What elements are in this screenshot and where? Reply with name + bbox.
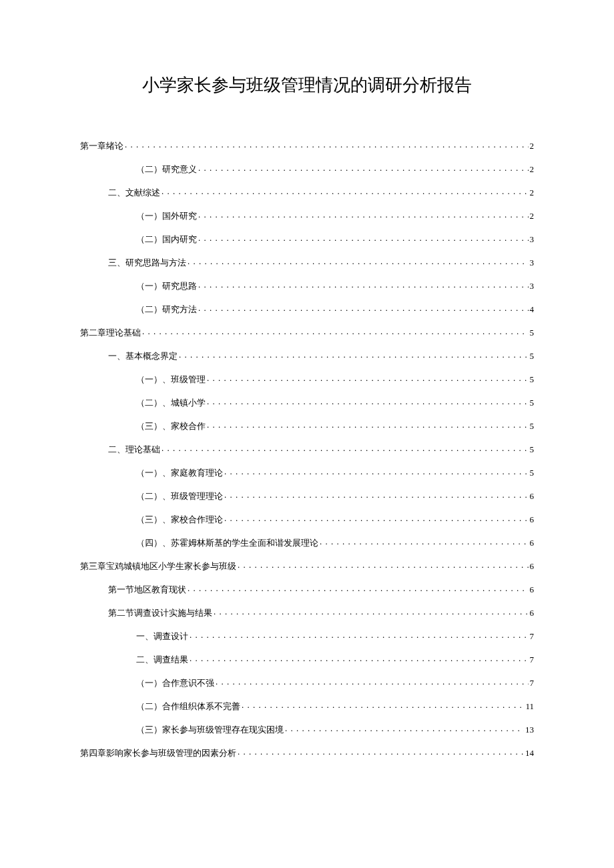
toc-entry-page: 7 <box>530 655 535 664</box>
toc-entry: 第二章理论基础5 <box>80 327 534 337</box>
toc-entry-label: 二、调查结果 <box>136 655 188 664</box>
toc-entry: （三）、家校合作5 <box>80 420 534 430</box>
toc-entry-label: （二）、班级管理理论 <box>136 492 223 500</box>
toc-entry-page: 11 <box>525 702 534 711</box>
toc-leader-dots <box>238 560 529 569</box>
toc-entry-page: 6 <box>530 585 535 594</box>
toc-entry-label: （二）研究方法 <box>136 305 197 314</box>
toc-leader-dots <box>207 420 529 429</box>
toc-leader-dots <box>162 187 529 195</box>
toc-entry: 二、调查结果7 <box>80 654 534 664</box>
toc-leader-dots <box>179 350 529 359</box>
toc-entry-page: 2 <box>530 188 535 197</box>
toc-leader-dots <box>214 607 529 616</box>
toc-entry: （二）研究意义2 <box>80 163 534 173</box>
toc-entry-label: 第二章理论基础 <box>80 328 141 337</box>
toc-entry-page: 3 <box>530 235 535 244</box>
toc-leader-dots <box>198 280 529 289</box>
toc-entry: （二）、班级管理理论6 <box>80 490 534 500</box>
toc-entry-page: 5 <box>530 398 535 407</box>
toc-entry-label: （四）、苏霍姆林斯基的学生全面和谐发展理论 <box>136 538 318 547</box>
toc-leader-dots <box>198 163 529 172</box>
toc-entry: （四）、苏霍姆林斯基的学生全面和谐发展理论6 <box>80 537 534 547</box>
toc-entry-label: 一、基本概念界定 <box>108 352 178 360</box>
toc-entry-page: 3 <box>530 258 535 267</box>
toc-leader-dots <box>198 234 529 242</box>
toc-entry-page: 7 <box>530 679 535 687</box>
toc-leader-dots <box>125 140 529 149</box>
toc-entry-page: 3 <box>530 282 535 290</box>
toc-leader-dots <box>190 654 529 663</box>
toc-entry: （一）合作意识不强7 <box>80 677 534 687</box>
toc-entry-label: （二）国内研究 <box>136 235 197 244</box>
toc-entry-page: 7 <box>530 632 535 640</box>
toc-entry: 第二节调查设计实施与结果6 <box>80 607 534 617</box>
toc-entry: （三）、家校合作理论6 <box>80 514 534 524</box>
toc-entry-page: 6 <box>530 492 535 500</box>
toc-entry-page: 2 <box>530 165 535 173</box>
toc-entry-page: 5 <box>530 375 535 384</box>
toc-entry-label: （二）、城镇小学 <box>136 398 206 407</box>
toc-entry-label: 一、调查设计 <box>136 632 188 640</box>
toc-entry-label: 三、研究思路与方法 <box>108 258 186 267</box>
toc-entry: （一）国外研究2 <box>80 210 534 220</box>
toc-entry: 第一章绪论2 <box>80 140 534 150</box>
toc-entry-label: 第二节调查设计实施与结果 <box>108 608 212 617</box>
toc-entry: （一）研究思路3 <box>80 280 534 290</box>
toc-entry: （三）家长参与班级管理存在现实困境13 <box>80 724 534 734</box>
toc-leader-dots <box>188 257 529 266</box>
toc-entry-label: 第四章影响家长参与班级管理的因素分析 <box>80 749 236 757</box>
toc-entry-page: 13 <box>525 725 534 734</box>
toc-leader-dots <box>224 490 529 499</box>
toc-entry-page: 6 <box>530 608 535 617</box>
toc-entry-label: 第一章绪论 <box>80 141 123 150</box>
toc-entry-label: （三）家长参与班级管理存在现实困境 <box>136 725 284 734</box>
toc-entry-label: （一）、班级管理 <box>136 375 206 384</box>
toc-entry: （二）、城镇小学5 <box>80 397 534 407</box>
toc-leader-dots <box>224 514 529 522</box>
toc-entry-label: 二、文献综述 <box>108 188 160 197</box>
toc-leader-dots <box>142 327 529 336</box>
toc-entry: 二、文献综述2 <box>80 187 534 197</box>
toc-leader-dots <box>238 747 524 756</box>
toc-leader-dots <box>198 210 529 219</box>
toc-leader-dots <box>188 584 529 592</box>
toc-entry: 第三章宝鸡城镇地区小学生家长参与班级6 <box>80 560 534 570</box>
toc-entry-label: （一）、家庭教育理论 <box>136 468 223 477</box>
toc-entry: 三、研究思路与方法3 <box>80 257 534 267</box>
toc-leader-dots <box>207 374 529 382</box>
toc-entry-page: 5 <box>530 352 535 360</box>
toc-entry-page: 2 <box>530 211 535 220</box>
toc-entry-page: 4 <box>530 305 535 314</box>
table-of-contents: 第一章绪论2（二）研究意义2二、文献综述2（一）国外研究2（二）国内研究3三、研… <box>80 140 534 757</box>
toc-entry: 二、理论基础5 <box>80 444 534 454</box>
toc-entry: 一、调查设计7 <box>80 630 534 640</box>
toc-leader-dots <box>198 304 529 312</box>
toc-entry-label: 第一节地区教育现状 <box>108 585 186 594</box>
toc-entry: 第四章影响家长参与班级管理的因素分析14 <box>80 747 534 757</box>
toc-entry-label: （一）合作意识不强 <box>136 679 214 687</box>
toc-entry-label: （二）研究意义 <box>136 165 197 173</box>
toc-leader-dots <box>224 467 529 476</box>
toc-leader-dots <box>242 701 524 709</box>
toc-entry-label: （一）研究思路 <box>136 282 197 290</box>
toc-entry-page: 5 <box>530 422 535 430</box>
toc-leader-dots <box>190 630 529 639</box>
toc-entry-page: 6 <box>530 515 535 524</box>
toc-entry-page: 6 <box>530 562 535 570</box>
toc-entry: （二）研究方法4 <box>80 304 534 314</box>
toc-entry: 一、基本概念界定5 <box>80 350 534 360</box>
toc-entry: （一）、家庭教育理论5 <box>80 467 534 477</box>
toc-entry-label: 第三章宝鸡城镇地区小学生家长参与班级 <box>80 562 236 570</box>
toc-entry-label: （二）合作组织体系不完善 <box>136 702 240 711</box>
toc-entry-page: 5 <box>530 445 535 454</box>
toc-entry-label: （三）、家校合作 <box>136 422 206 430</box>
toc-entry-page: 6 <box>530 538 535 547</box>
toc-leader-dots <box>320 537 529 546</box>
toc-entry: （一）、班级管理5 <box>80 374 534 384</box>
toc-leader-dots <box>207 397 529 406</box>
toc-entry: （二）国内研究3 <box>80 234 534 244</box>
toc-leader-dots <box>162 444 529 452</box>
toc-leader-dots <box>285 724 524 733</box>
toc-entry-page: 2 <box>530 141 535 150</box>
